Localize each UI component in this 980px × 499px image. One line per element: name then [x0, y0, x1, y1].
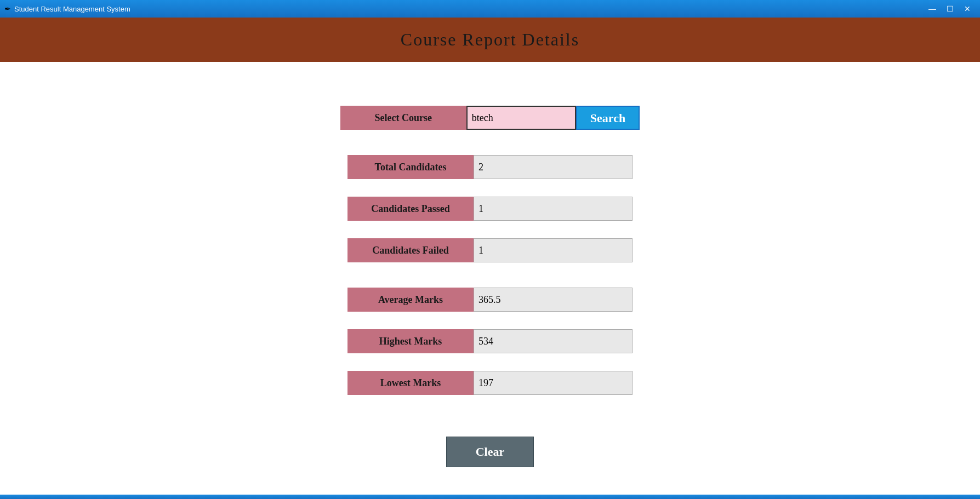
- lowest-marks-value[interactable]: [474, 371, 633, 395]
- candidates-passed-value[interactable]: [474, 197, 633, 221]
- title-bar: ✒ Student Result Management System — ☐ ✕: [0, 0, 980, 18]
- title-bar-left: ✒ Student Result Management System: [4, 4, 130, 14]
- bottom-bar: [0, 495, 980, 499]
- total-candidates-label: Total Candidates: [347, 155, 474, 179]
- main-content: Course Report Details Select Course Sear…: [0, 18, 980, 495]
- form-area: Select Course Search Total Candidates Ca…: [0, 62, 980, 495]
- select-course-row: Select Course Search: [340, 106, 640, 130]
- app-icon: ✒: [4, 4, 11, 14]
- title-bar-controls: — ☐ ✕: [924, 3, 976, 15]
- clear-button[interactable]: Clear: [446, 437, 534, 467]
- course-input[interactable]: [466, 106, 576, 130]
- close-button[interactable]: ✕: [959, 3, 976, 15]
- candidates-passed-label: Candidates Passed: [347, 197, 474, 221]
- marks-group: Average Marks Highest Marks Lowest Marks: [347, 288, 633, 404]
- average-marks-label: Average Marks: [347, 288, 474, 312]
- page-title: Course Report Details: [401, 30, 579, 49]
- candidates-passed-row: Candidates Passed: [347, 197, 633, 221]
- highest-marks-value[interactable]: [474, 329, 633, 353]
- minimize-button[interactable]: —: [924, 3, 941, 15]
- search-button[interactable]: Search: [576, 106, 640, 130]
- candidates-failed-row: Candidates Failed: [347, 238, 633, 262]
- select-course-label: Select Course: [340, 106, 466, 130]
- app-title: Student Result Management System: [14, 5, 130, 13]
- candidates-failed-value[interactable]: [474, 238, 633, 262]
- maximize-button[interactable]: ☐: [942, 3, 958, 15]
- total-candidates-row: Total Candidates: [347, 155, 633, 179]
- candidates-group: Total Candidates Candidates Passed Candi…: [347, 155, 633, 271]
- average-marks-value[interactable]: [474, 288, 633, 312]
- total-candidates-value[interactable]: [474, 155, 633, 179]
- candidates-failed-label: Candidates Failed: [347, 238, 474, 262]
- highest-marks-label: Highest Marks: [347, 329, 474, 353]
- lowest-marks-label: Lowest Marks: [347, 371, 474, 395]
- header-banner: Course Report Details: [0, 18, 980, 62]
- lowest-marks-row: Lowest Marks: [347, 371, 633, 395]
- highest-marks-row: Highest Marks: [347, 329, 633, 353]
- average-marks-row: Average Marks: [347, 288, 633, 312]
